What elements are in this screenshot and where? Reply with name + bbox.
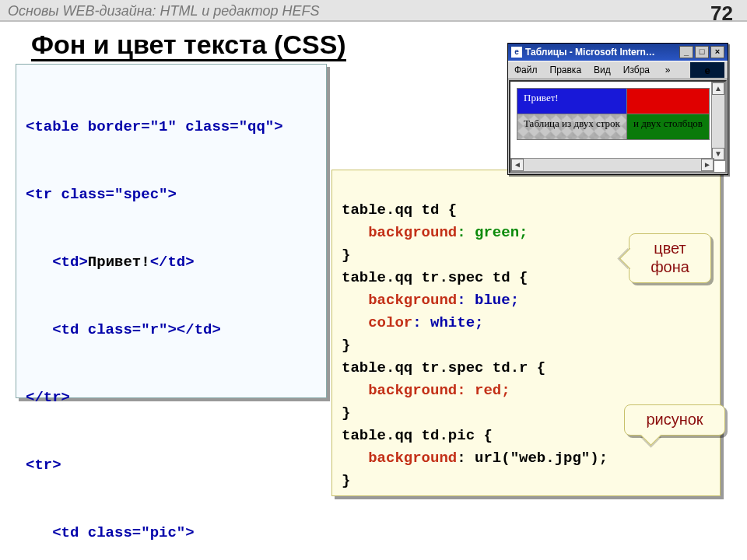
ie-logo-icon: e [690,62,724,78]
code-line: </tr> [26,387,317,409]
menu-favorites[interactable]: Избра [617,65,656,75]
code-line: <td class="r"></td> [26,319,317,341]
vertical-scrollbar[interactable]: ▲ ▼ [711,82,725,161]
page-number: 72 [710,2,733,24]
css-code-block: table.qq td { background: green; } table… [331,170,721,496]
callout-text: цвет [640,239,700,257]
callout-picture: рисунок [624,404,725,436]
table-cell: Привет! [517,89,627,114]
header-bar: Основы WEB-дизайна: HTML и редактор HEFS… [0,0,747,22]
scroll-right-icon[interactable]: ► [701,159,714,171]
code-line: <td>Привет!</td> [26,251,317,274]
scroll-left-icon[interactable]: ◄ [511,159,524,171]
window-title: Таблицы - Microsoft Intern… [525,47,678,58]
callout-text: рисунок [646,411,703,428]
titlebar[interactable]: e Таблицы - Microsoft Intern… _ □ × [508,44,728,61]
code-line: <tr class="spec"> [26,184,317,206]
maximize-button[interactable]: □ [695,46,709,58]
breadcrumb: Основы WEB-дизайна: HTML и редактор HEFS [8,3,320,19]
table-cell: Таблица из двух строк [517,114,627,140]
callout-text: фона [640,257,700,276]
example-table: Привет! Таблица из двух строк и двух сто… [517,88,710,140]
menubar: Файл Правка Вид Избра » e [508,61,728,79]
slide-title: Фон и цвет текста (CSS) [31,30,346,60]
code-line: <td class="pic"> [26,522,317,544]
code-line: <table border="1" class="qq"> [26,116,317,138]
code-line: <tr> [26,454,317,477]
menu-file[interactable]: Файл [508,65,544,75]
menu-edit[interactable]: Правка [544,65,588,75]
close-button[interactable]: × [710,46,724,58]
table-cell [626,89,709,114]
html-code-block: <table border="1" class="qq"> <tr class=… [16,64,327,398]
minimize-button[interactable]: _ [679,46,693,58]
horizontal-scrollbar[interactable]: ◄ ► [510,158,714,172]
chevron-right-icon[interactable]: » [656,65,679,75]
menu-view[interactable]: Вид [587,65,617,75]
browser-window: e Таблицы - Microsoft Intern… _ □ × Файл… [507,43,728,175]
app-icon: e [511,47,522,58]
scroll-up-icon[interactable]: ▲ [712,82,724,95]
table-cell: и двух столбцов [626,114,709,140]
css-val: : green; [457,224,528,241]
browser-viewport: Привет! Таблица из двух строк и двух сто… [509,80,727,173]
callout-bgcolor: цвет фона [629,233,711,283]
